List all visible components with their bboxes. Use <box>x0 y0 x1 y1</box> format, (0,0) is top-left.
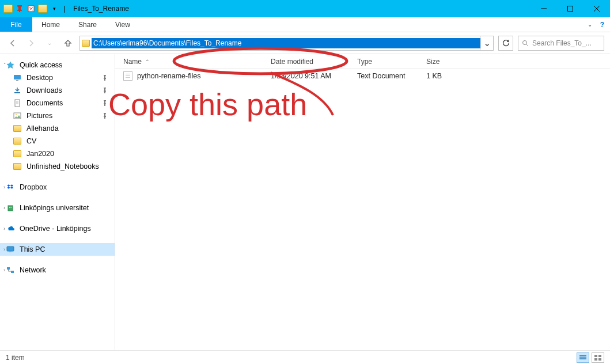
status-item-count: 1 item <box>6 354 25 362</box>
file-tab[interactable]: File <box>0 17 32 32</box>
sidebar-item-label: Unfinished_Notebooks <box>26 162 99 170</box>
sidebar-item-cv[interactable]: CV <box>0 135 115 147</box>
back-button[interactable] <box>6 36 20 50</box>
chevron-right-icon[interactable]: › <box>3 226 5 232</box>
column-header-size[interactable]: Size <box>420 58 472 66</box>
sidebar-liu[interactable]: › Linköpings universitet <box>0 202 115 214</box>
close-button[interactable] <box>584 0 610 17</box>
sidebar-dropbox[interactable]: › Dropbox <box>0 181 115 194</box>
search-input[interactable] <box>532 39 600 47</box>
sidebar-item-label: Pictures <box>26 112 52 120</box>
chevron-right-icon[interactable]: › <box>3 247 5 252</box>
sidebar-item-label: Dropbox <box>20 183 47 191</box>
sidebar-network[interactable]: › Network <box>0 264 115 276</box>
file-type: Text Document <box>351 72 420 80</box>
pin-icon[interactable] <box>15 4 24 13</box>
svg-rect-18 <box>598 355 601 357</box>
navigation-pane: ˅ Quick access DesktopDownloadsDocuments… <box>0 54 115 350</box>
sidebar-item-label: This PC <box>20 245 45 253</box>
sidebar-item-unfinished_notebooks[interactable]: Unfinished_Notebooks <box>0 160 115 173</box>
dropbox-icon <box>6 183 15 192</box>
file-name: python-rename-files <box>137 72 200 80</box>
details-view-button[interactable] <box>577 352 589 363</box>
separator: | <box>63 5 65 13</box>
refresh-button[interactable] <box>498 36 513 51</box>
file-size: 1 KB <box>420 72 472 80</box>
search-box[interactable] <box>518 36 604 51</box>
column-header-date[interactable]: Date modified <box>265 58 351 66</box>
address-dropdown[interactable]: ⌄ <box>480 36 493 50</box>
chevron-down-icon[interactable]: ⌄ <box>588 21 592 28</box>
recent-dropdown[interactable]: ⌄ <box>43 36 56 50</box>
svg-rect-20 <box>598 358 601 361</box>
qat-dropdown-icon[interactable]: ▾ <box>50 4 59 13</box>
ribbon: File Home Share View ⌄ ? <box>0 17 610 32</box>
sidebar-item-desktop[interactable]: Desktop <box>0 71 115 84</box>
svg-rect-4 <box>16 80 18 81</box>
sidebar-item-label: Jan2020 <box>26 150 54 158</box>
sidebar-item-allehanda[interactable]: Allehanda <box>0 122 115 135</box>
chevron-down-icon[interactable]: ˅ <box>3 62 6 68</box>
annotation-overlay: Copy this path <box>115 54 610 350</box>
svg-rect-3 <box>14 75 21 79</box>
annotation-text: Copy this path <box>108 86 307 122</box>
folder-icon <box>38 4 47 13</box>
address-bar[interactable]: C:\Users\erima96\Documents\Files_To_Rena… <box>79 36 494 51</box>
search-icon <box>522 40 529 47</box>
downloads-icon <box>13 86 22 95</box>
svg-point-2 <box>523 40 527 44</box>
properties-icon[interactable] <box>26 4 36 13</box>
sidebar-quick-access[interactable]: ˅ Quick access <box>0 59 115 71</box>
pictures-icon <box>13 111 22 120</box>
tab-home[interactable]: Home <box>32 17 69 32</box>
help-icon[interactable]: ? <box>600 21 604 29</box>
sidebar-item-jan2020[interactable]: Jan2020 <box>0 147 115 160</box>
sidebar-item-label: Documents <box>26 99 63 107</box>
column-header-type[interactable]: Type <box>351 58 420 66</box>
sidebar-item-label: OneDrive - Linköpings <box>20 225 91 233</box>
pin-icon <box>102 113 108 119</box>
sidebar-item-downloads[interactable]: Downloads <box>0 84 115 97</box>
svg-rect-1 <box>568 6 573 12</box>
documents-icon <box>13 98 22 108</box>
svg-rect-19 <box>594 358 597 361</box>
sidebar-item-label: Desktop <box>26 74 53 82</box>
star-icon <box>6 60 15 70</box>
svg-point-8 <box>16 114 17 115</box>
chevron-right-icon[interactable]: › <box>3 184 5 190</box>
chevron-right-icon[interactable]: › <box>3 205 5 211</box>
svg-rect-6 <box>15 100 20 107</box>
maximize-button[interactable] <box>557 0 584 17</box>
sidebar-item-label: Downloads <box>26 86 62 94</box>
sidebar-item-label: Network <box>20 266 46 274</box>
file-list-pane: Name ⌃ Date modified Type Size python-re… <box>115 54 610 350</box>
sidebar-item-documents[interactable]: Documents <box>0 97 115 109</box>
sidebar-item-label: Linköpings universitet <box>20 204 89 212</box>
tab-share[interactable]: Share <box>69 17 106 32</box>
status-bar: 1 item <box>0 350 610 364</box>
svg-rect-11 <box>11 207 12 208</box>
pin-icon <box>102 100 108 106</box>
address-path[interactable]: C:\Users\erima96\Documents\Files_To_Rena… <box>92 38 480 48</box>
svg-rect-10 <box>9 207 10 208</box>
forward-button[interactable] <box>24 36 38 50</box>
large-icons-view-button[interactable] <box>592 352 604 363</box>
minimize-button[interactable] <box>531 0 557 17</box>
column-header-name[interactable]: Name ⌃ <box>115 58 265 66</box>
sidebar-item-pictures[interactable]: Pictures <box>0 109 115 122</box>
up-button[interactable] <box>61 36 75 50</box>
pin-icon <box>102 88 108 93</box>
main-area: ˅ Quick access DesktopDownloadsDocuments… <box>0 54 610 350</box>
file-row[interactable]: python-rename-files1/23/2020 9:51 AMText… <box>115 69 610 83</box>
column-headers: Name ⌃ Date modified Type Size <box>115 54 610 69</box>
pin-icon <box>102 75 108 81</box>
desktop-icon <box>13 73 22 82</box>
svg-rect-17 <box>594 355 597 357</box>
sidebar-onedrive[interactable]: › OneDrive - Linköpings <box>0 222 115 235</box>
tab-view[interactable]: View <box>106 17 139 32</box>
folder-icon <box>80 40 92 47</box>
sidebar-item-label: Allehanda <box>26 124 59 132</box>
sidebar-this-pc[interactable]: › This PC <box>0 243 115 256</box>
chevron-right-icon[interactable]: › <box>3 267 5 273</box>
title-bar: ▾ | Files_To_Rename <box>0 0 610 17</box>
